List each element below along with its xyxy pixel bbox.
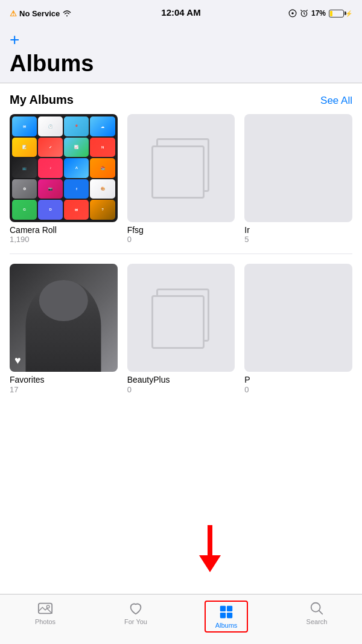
album-item-ir[interactable]: Ir 5: [244, 114, 352, 244]
album-item-favorites[interactable]: ♥ Favorites 17: [10, 264, 118, 394]
tab-bar: Photos For You Albums Search: [0, 594, 362, 644]
arrow-annotation: [199, 525, 221, 572]
tab-for-you-label: For You: [124, 618, 147, 625]
battery-icon: [329, 10, 344, 18]
album-thumb-ffsg: [127, 114, 235, 222]
album-thumb-ir: [244, 114, 352, 222]
album-thumb-beautyplus: [127, 264, 235, 372]
svg-rect-6: [227, 606, 232, 611]
app-instagram: 📷: [38, 179, 63, 199]
album-count-ffsg: 0: [127, 235, 235, 244]
tab-albums-label: Albums: [215, 622, 238, 629]
tab-albums-border: Albums: [205, 601, 249, 633]
album-thumb-favorites: ♥: [10, 264, 118, 372]
app-stocks: 📈: [64, 138, 89, 158]
location-icon: [288, 9, 297, 18]
placeholder-stacked: [151, 138, 211, 197]
album-name-favorites: Favorites: [10, 375, 118, 385]
tab-photos-label: Photos: [35, 618, 56, 625]
app-tv: 📺: [12, 158, 37, 178]
favorites-head-shape: [39, 280, 87, 321]
svg-rect-8: [227, 613, 232, 618]
album-name-beautyplus: BeautyPlus: [127, 375, 235, 385]
camera-roll-preview: ✉ 🕐 📍 ☁ 📝 ✓ 📈 N 📺 ♪ A 📚 ⚙ 📷: [10, 114, 118, 222]
content-area: My Albums See All ✉ 🕐 📍 ☁ 📝 ✓ 📈 N: [0, 83, 362, 569]
favorites-preview: ♥: [10, 264, 118, 372]
alarm-icon: [300, 9, 308, 18]
album-count-beautyplus: 0: [127, 385, 235, 394]
album-placeholder-beautyplus: [127, 264, 235, 372]
album-name-ir: Ir: [244, 225, 352, 235]
tab-search[interactable]: Search: [272, 601, 362, 625]
svg-rect-5: [220, 606, 226, 611]
warning-icon: ⚠: [10, 9, 17, 18]
app-mail: ✉: [12, 116, 37, 136]
album-item-p[interactable]: P 0: [244, 264, 352, 394]
app-notes: 📝: [12, 138, 37, 158]
top-nav: +: [0, 27, 362, 51]
app-ibisPaint: 🎨: [90, 179, 115, 199]
battery-fill: [330, 11, 332, 16]
app-itunes: ♪: [38, 158, 63, 178]
album-name-camera-roll: Camera Roll: [10, 225, 118, 235]
app-appstore: A: [64, 158, 89, 178]
app-settings: ⚙: [12, 179, 37, 199]
status-time: 12:04 AM: [161, 7, 200, 18]
app-maps: 📍: [64, 116, 89, 136]
placeholder-rect-front-2: [151, 295, 205, 348]
album-thumb-p: [244, 264, 352, 372]
album-item-camera-roll[interactable]: ✉ 🕐 📍 ☁ 📝 ✓ 📈 N 📺 ♪ A 📚 ⚙ 📷: [10, 114, 118, 244]
app-google: G: [12, 200, 37, 220]
my-albums-title: My Albums: [10, 93, 74, 107]
svg-point-1: [291, 12, 294, 14]
app-news: N: [90, 138, 115, 158]
arrow-body: [208, 525, 212, 555]
placeholder-stacked-2: [151, 289, 211, 348]
album-name-ffsg: Ffsg: [127, 225, 235, 235]
add-button[interactable]: +: [10, 31, 19, 48]
section-separator: [10, 253, 352, 254]
svg-rect-7: [220, 613, 226, 618]
tab-for-you[interactable]: For You: [91, 601, 181, 625]
albums-tab-icon: [218, 604, 234, 620]
album-item-beautyplus[interactable]: BeautyPlus 0: [127, 264, 235, 394]
battery-percent: 17%: [311, 9, 326, 18]
album-item-ffsg[interactable]: Ffsg 0: [127, 114, 235, 244]
app-reminders: ✓: [38, 138, 63, 158]
albums-grid-row1: ✉ 🕐 📍 ☁ 📝 ✓ 📈 N 📺 ♪ A 📚 ⚙ 📷: [10, 114, 352, 244]
my-albums-section-header: My Albums See All: [10, 93, 352, 107]
no-service-text: No Service: [19, 9, 60, 18]
album-placeholder-ffsg: [127, 114, 235, 222]
album-count-p: 0: [244, 385, 352, 394]
app-gmail: ✉: [64, 200, 89, 220]
arrow-head: [199, 555, 221, 572]
app-clock: 🕐: [38, 116, 63, 136]
status-left: ⚠ No Service: [10, 9, 72, 18]
status-right: 17% ⚡: [288, 9, 352, 18]
tab-search-label: Search: [306, 618, 328, 625]
albums-grid-row2: ♥ Favorites 17 BeautyPlus 0: [10, 264, 352, 394]
see-all-button[interactable]: See All: [320, 95, 352, 107]
search-tab-icon: [309, 601, 325, 616]
album-name-p: P: [244, 375, 352, 385]
placeholder-rect-front: [151, 145, 205, 199]
app-weather: ☁: [90, 116, 115, 136]
photos-tab-icon: [37, 601, 53, 616]
app-mystery: ?: [90, 200, 115, 220]
page-header: Albums: [0, 51, 362, 83]
album-count-favorites: 17: [10, 385, 118, 394]
page-title: Albums: [10, 51, 352, 77]
album-thumb-camera-roll: ✉ 🕐 📍 ☁ 📝 ✓ 📈 N 📺 ♪ A 📚 ⚙ 📷: [10, 114, 118, 222]
app-facebook: f: [64, 179, 89, 199]
tab-albums[interactable]: Albums: [181, 601, 272, 633]
status-bar: ⚠ No Service 12:04 AM 17% ⚡: [0, 0, 362, 27]
for-you-tab-icon: [128, 601, 144, 616]
app-discord: D: [38, 200, 63, 220]
svg-point-4: [46, 605, 49, 608]
album-count-ir: 5: [244, 235, 352, 244]
app-books: 📚: [90, 158, 115, 178]
wifi-icon: [62, 10, 72, 17]
album-count-camera-roll: 1,190: [10, 235, 118, 244]
battery-container: ⚡: [329, 10, 352, 18]
tab-photos[interactable]: Photos: [0, 601, 91, 625]
